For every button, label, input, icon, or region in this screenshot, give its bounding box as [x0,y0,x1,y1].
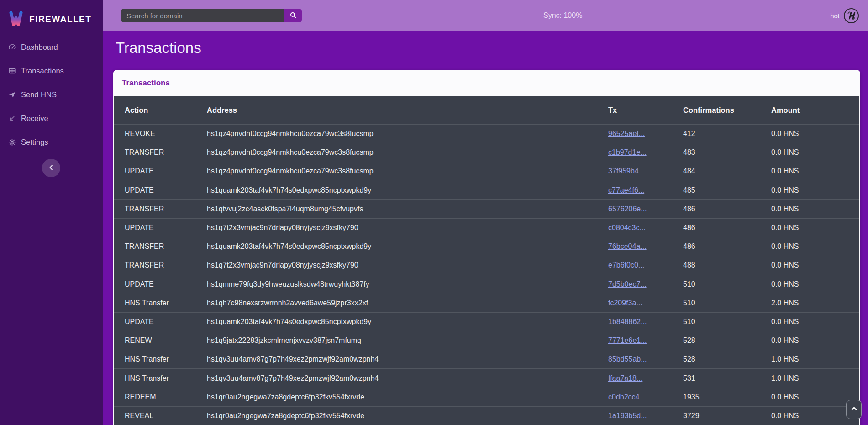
tx-hash-link[interactable]: 76bce04a... [608,242,647,250]
action-cell: TRANSFER [125,242,207,251]
wallet-indicator: hot [830,0,859,31]
tx-hash-link[interactable]: fc209f3a... [608,299,642,307]
address-cell: hs1qv3uu4amv87g7p7h49xez2pmzwjf92am0wzpn… [207,374,608,383]
transactions-card: Transactions Action Address Tx Confirmat… [113,70,860,425]
amount-cell: 0.0 HNS [771,336,859,345]
action-cell: RENEW [125,336,207,345]
sidebar-item-label: Send HNS [21,90,57,99]
chevron-up-icon [851,405,857,414]
page-title: Transactions [116,39,201,57]
amount-cell: 0.0 HNS [771,280,859,289]
sidebar-item-label: Settings [21,138,48,147]
transactions-table: Action Address Tx Confirmations Amount R… [114,96,859,425]
table-row: REVOKE hs1qz4pnvdnt0ccg94nmkhcu0ezca79wc… [114,124,859,143]
tx-hash-link[interactable]: 1b848862... [608,318,647,325]
column-header-address: Address [207,106,608,115]
address-cell: hs1qv3uu4amv87g7p7h49xez2pmzwjf92am0wzpn… [207,355,608,363]
confirmations-cell: 412 [683,130,771,138]
address-cell: hs1qr0au2ngegwa7za8gdeptc6fp32fkv554fxrv… [207,393,608,401]
address-cell: hs1quamk203taf4vk7h74s0edxpwc85ncptxwpkd… [207,186,608,194]
confirmations-cell: 483 [683,148,771,157]
tx-hash-link[interactable]: c77ae4f6... [608,186,644,194]
address-cell: hs1q7t2x3vmjac9n7drlapy08nyjyscjz9xsfky7… [207,261,608,269]
chevron-left-icon [48,164,54,172]
sidebar-item-transactions[interactable]: Transactions [0,59,103,83]
column-header-amount: Amount [771,106,859,115]
action-cell: TRANSFER [125,261,207,269]
address-cell: hs1qz4pnvdnt0ccg94nmkhcu0ezca79wc3s8fucs… [207,130,608,138]
wallet-name-label: hot [830,12,840,20]
tx-hash-link[interactable]: ffaa7a18... [608,374,642,382]
confirmations-cell: 528 [683,355,771,363]
sidebar-item-dashboard[interactable]: Dashboard [0,35,103,59]
confirmations-cell: 484 [683,167,771,175]
search-icon [289,11,297,20]
table-row: TRANSFER hs1q7t2x3vmjac9n7drlapy08nyjysc… [114,256,859,274]
tx-hash-link[interactable]: 7771e6e1... [608,336,647,344]
amount-cell: 0.0 HNS [771,205,859,213]
action-cell: UPDATE [125,280,207,289]
tx-hash-link[interactable]: c1b97d1e... [608,148,647,156]
action-cell: TRANSFER [125,148,207,157]
tx-hash-link[interactable]: 7d5b0ec7... [608,280,647,288]
table-row: UPDATE hs1quamk203taf4vk7h74s0edxpwc85nc… [114,181,859,199]
action-cell: REVOKE [125,130,207,138]
settings-icon [8,138,16,146]
sidebar-item-label: Transactions [21,67,64,75]
table-row: HNS Transfer hs1qv3uu4amv87g7p7h49xez2pm… [114,368,859,387]
domain-search [121,9,302,22]
tx-hash-link[interactable]: 85bd55ab... [608,355,647,363]
sidebar-item-receive[interactable]: Receive [0,106,103,130]
sidebar-nav: Dashboard Transactions Send HNS [0,35,103,154]
confirmations-cell: 510 [683,318,771,326]
address-cell: hs1qh7c98nexsrzwrmnh2avved6awe59jzpr3xx2… [207,299,608,307]
address-cell: hs1quamk203taf4vk7h74s0edxpwc85ncptxwpkd… [207,242,608,251]
confirmations-cell: 510 [683,280,771,289]
handshake-logo-icon[interactable] [844,8,859,23]
amount-cell: 2.0 HNS [771,299,859,307]
tx-hash-link[interactable]: c0db2cc4... [608,393,646,401]
action-cell: REDEEM [125,393,207,401]
amount-cell: 0.0 HNS [771,224,859,232]
address-cell: hs1q9jatx22283jzkcmlrnenjxvvzv387jsn7mfu… [207,336,608,345]
amount-cell: 0.0 HNS [771,261,859,269]
confirmations-cell: 510 [683,299,771,307]
address-cell: hs1qz4pnvdnt0ccg94nmkhcu0ezca79wc3s8fucs… [207,148,608,157]
address-cell: hs1qmme79fq3dy9hweuzuslksdw48trwuyhkt387… [207,280,608,289]
table-row: UPDATE hs1qz4pnvdnt0ccg94nmkhcu0ezca79wc… [114,162,859,180]
sync-status: Sync: 100% [543,0,582,31]
table-row: HNS Transfer hs1qh7c98nexsrzwrmnh2avved6… [114,294,859,312]
table-row: UPDATE hs1quamk203taf4vk7h74s0edxpwc85nc… [114,312,859,331]
sidebar-item-send-hns[interactable]: Send HNS [0,83,103,106]
dashboard-icon [8,43,16,51]
sidebar-collapse-button[interactable] [42,159,60,177]
amount-cell: 0.0 HNS [771,167,859,175]
table-row: UPDATE hs1qmme79fq3dy9hweuzuslksdw48trwu… [114,275,859,294]
table-body: REVOKE hs1qz4pnvdnt0ccg94nmkhcu0ezca79wc… [114,124,859,425]
action-cell: HNS Transfer [125,374,207,383]
tx-hash-link[interactable]: 37f959b4... [608,167,645,175]
action-cell: UPDATE [125,167,207,175]
tx-hash-link[interactable]: 96525aef... [608,130,645,137]
tx-hash-link[interactable]: 6576206e... [608,205,647,213]
action-cell: UPDATE [125,318,207,326]
app-logo[interactable]: FIREWALLET [0,0,103,31]
amount-cell: 0.0 HNS [771,130,859,138]
sidebar-item-settings[interactable]: Settings [0,130,103,154]
search-input[interactable] [121,9,284,22]
tx-hash-link[interactable]: c0804c3c... [608,224,646,231]
main-content: Transactions Transactions Action Address… [103,31,868,425]
table-row: TRANSFER hs1quamk203taf4vk7h74s0edxpwc85… [114,237,859,256]
address-cell: hs1q7t2x3vmjac9n7drlapy08nyjyscjz9xsfky7… [207,224,608,232]
scroll-to-top-button[interactable] [846,400,862,419]
tx-hash-link[interactable]: 1a193b5d... [608,412,647,420]
table-header-row: Action Address Tx Confirmations Amount [114,96,859,124]
action-cell: HNS Transfer [125,299,207,307]
confirmations-cell: 486 [683,224,771,232]
tx-hash-link[interactable]: e7b6f0c0... [608,261,644,269]
search-button[interactable] [284,9,302,22]
table-row: TRANSFER hs1qtvvuj2zc4asck0fspa7l4uqm8um… [114,199,859,218]
amount-cell: 1.0 HNS [771,374,859,383]
action-cell: HNS Transfer [125,355,207,363]
amount-cell: 0.0 HNS [771,393,859,401]
